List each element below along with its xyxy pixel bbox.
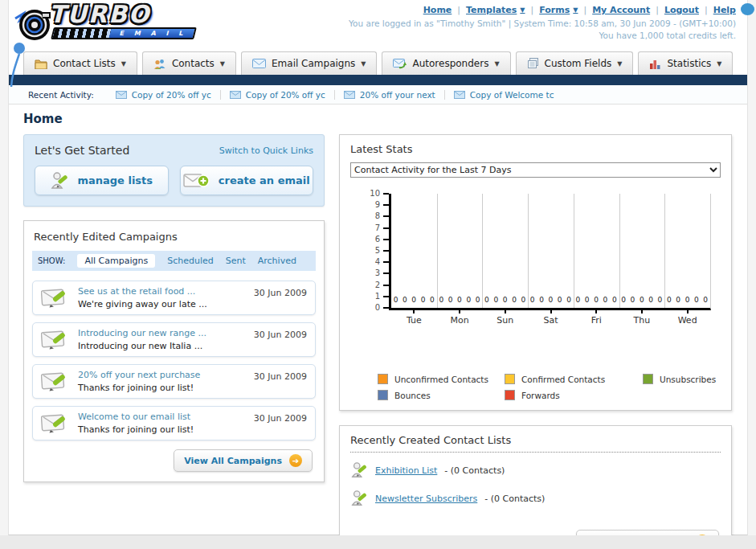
bar-value-label: 0	[411, 296, 416, 304]
logo-subtitle: E M A I L	[109, 30, 194, 37]
filter-all-campaigns[interactable]: All Campaigns	[77, 254, 155, 268]
nav-link-templates[interactable]: Templates▼	[466, 5, 525, 15]
y-axis-tick-label: 6	[362, 235, 380, 244]
y-axis-tick	[383, 204, 389, 206]
campaigns-title: Recently Edited Campaigns	[34, 231, 316, 243]
campaign-row[interactable]: Introducing our new range ... Introducin…	[32, 322, 316, 357]
legend-label: Confirmed Contacts	[521, 375, 605, 384]
recent-activity-item[interactable]: 20% off your next	[335, 90, 445, 100]
tab-custom-fields[interactable]: Custom Fields ▼	[516, 51, 634, 75]
campaign-date: 30 Jun 2009	[254, 330, 307, 340]
x-axis-tick	[505, 310, 506, 313]
legend-swatch	[378, 390, 388, 400]
recent-activity-item[interactable]: Copy of Welcome tc	[445, 90, 563, 100]
campaign-title-link[interactable]: Welcome to our email list	[78, 412, 246, 422]
y-axis-tick	[383, 272, 389, 274]
help-bubble-icon[interactable]	[741, 3, 754, 15]
x-axis-label: Wed	[664, 315, 710, 326]
grid-line	[482, 194, 483, 308]
bar-value-label: 0	[558, 296, 562, 304]
bar-value-label: 0	[403, 296, 407, 304]
show-label: SHOW:	[38, 256, 65, 265]
nav-link-help[interactable]: Help	[713, 5, 736, 15]
filter-sent[interactable]: Sent	[226, 256, 246, 266]
person-pencil-icon	[50, 171, 69, 191]
campaign-title-link[interactable]: See us at the retail food ...	[78, 286, 246, 297]
tab-label: Statistics	[667, 58, 711, 69]
bar-value-label: 0	[667, 296, 672, 304]
navy-divider-bar	[9, 75, 747, 85]
y-axis-tick	[383, 261, 389, 263]
y-axis-tick-label: 3	[362, 268, 380, 277]
grid-line	[574, 194, 574, 308]
switch-quick-links-link[interactable]: Switch to Quick Links	[219, 145, 313, 156]
recent-activity-item[interactable]: Copy of 20% off yc	[107, 90, 221, 100]
bar-value-label: 0	[476, 296, 480, 304]
tab-contact-lists[interactable]: Contact Lists ▼	[23, 51, 137, 75]
manage-lists-button[interactable]: manage lists	[35, 166, 169, 195]
filter-scheduled[interactable]: Scheduled	[167, 256, 214, 266]
chart-plot: 01234567891000000Tue00000Mon00000Sun0000…	[389, 194, 711, 310]
filter-archived[interactable]: Archived	[258, 256, 296, 266]
bar-value-label: 0	[521, 296, 525, 304]
get-started-panel: Let's Get Started Switch to Quick Links	[23, 134, 325, 207]
bar-value-label: 0	[576, 296, 581, 304]
bar-value-label: 0	[648, 296, 653, 304]
stats-period-select[interactable]: Contact Activity for the Last 7 Days	[350, 162, 721, 178]
x-axis-label: Mon	[437, 315, 483, 326]
recent-activity-item[interactable]: Copy of 20% off yc	[221, 90, 335, 100]
envelope-icon	[252, 59, 266, 68]
tab-label: Email Campaigns	[272, 58, 355, 69]
tab-autoresponders[interactable]: Autoresponders ▼	[382, 51, 510, 75]
y-axis-tick	[383, 307, 389, 309]
y-axis-tick-label: 7	[362, 223, 380, 232]
contact-list-item: Newsletter Subscribers - (0 Contacts)	[350, 488, 721, 509]
x-axis-tick	[550, 310, 552, 313]
bar-value-label: 0	[631, 296, 635, 304]
y-axis-tick-label: 0	[362, 303, 380, 312]
chevron-down-icon: ▼	[220, 60, 225, 68]
campaign-subtitle: Introducing our new Italia ...	[78, 341, 246, 351]
y-axis-tick-label: 4	[362, 257, 380, 266]
y-axis-tick-label: 1	[362, 292, 380, 301]
bar-value-label: 0	[603, 296, 608, 304]
view-all-campaigns-button[interactable]: View All Campaigns ➔	[174, 449, 313, 472]
envelope-icon	[344, 91, 355, 99]
bar-value-label: 0	[394, 296, 398, 304]
legend-item: Unsubscribes	[643, 374, 755, 384]
campaign-title-link[interactable]: Introducing our new range ...	[78, 328, 246, 338]
person-pencil-icon	[350, 489, 368, 508]
grid-line	[437, 194, 438, 308]
tab-statistics[interactable]: Statistics ▼	[638, 51, 733, 75]
bar-value-label: 0	[594, 296, 599, 304]
recently-created-contact-lists-panel: Recently Created Contact Lists Exhibitio…	[339, 425, 732, 549]
legend-label: Unconfirmed Contacts	[394, 375, 488, 384]
chevron-down-icon: ▼	[617, 60, 622, 68]
x-axis-tick	[413, 310, 415, 313]
bar-value-label: 0	[512, 296, 517, 304]
nav-link-home[interactable]: Home	[423, 5, 452, 15]
tab-contacts[interactable]: Contacts ▼	[142, 51, 236, 75]
nav-link-my-account[interactable]: My Account	[592, 5, 650, 15]
contact-list-link[interactable]: Newsletter Subscribers	[375, 494, 477, 504]
turbo-email-logo[interactable]: TURBO E M A I L	[12, 2, 195, 44]
envelope-plus-icon	[183, 171, 210, 191]
nav-link-logout[interactable]: Logout	[664, 5, 699, 15]
nav-link-forms[interactable]: Forms▼	[539, 5, 578, 15]
create-email-button[interactable]: create an email	[180, 166, 314, 195]
tab-label: Autoresponders	[412, 58, 488, 69]
campaign-subtitle: Thanks for joining our list!	[78, 424, 246, 435]
content: Let's Get Started Switch to Quick Links	[9, 134, 747, 549]
contact-list-link[interactable]: Exhibition List	[375, 465, 437, 476]
campaign-row[interactable]: See us at the retail food ... We're givi…	[32, 281, 316, 315]
campaign-row[interactable]: Welcome to our email list Thanks for joi…	[32, 406, 316, 440]
x-axis-label: Sun	[482, 315, 528, 326]
recently-edited-campaigns-panel: Recently Edited Campaigns SHOW: All Camp…	[23, 220, 325, 482]
envelope-pen-icon	[41, 371, 70, 392]
tab-email-campaigns[interactable]: Email Campaigns ▼	[241, 51, 377, 75]
campaign-row[interactable]: 20% off your next purchase Thanks for jo…	[32, 364, 316, 399]
campaign-title-link[interactable]: 20% off your next purchase	[78, 370, 246, 380]
chevron-down-icon: ▼	[361, 60, 366, 68]
bar-value-label: 0	[493, 296, 498, 304]
x-axis-tick	[595, 310, 597, 313]
